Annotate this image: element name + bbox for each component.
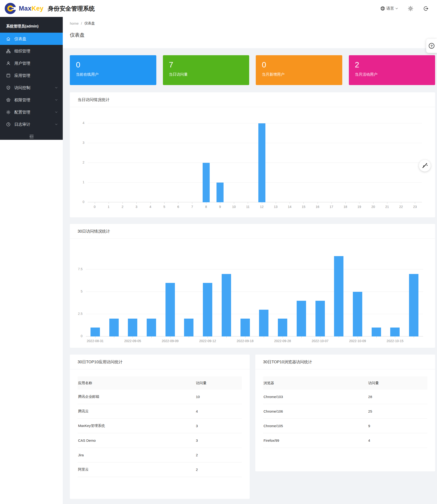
x-axis-label: 5 bbox=[163, 205, 165, 209]
visit-count: 25 bbox=[368, 409, 427, 413]
table-header-row: 应用名称 访问量 bbox=[78, 376, 242, 389]
chevron-down-icon bbox=[55, 87, 58, 88]
axis-tick bbox=[164, 202, 165, 204]
table-row: Firefox/99 4 bbox=[263, 433, 427, 448]
stat-card: 0 当月新增用户 bbox=[256, 55, 342, 85]
app-name: MaxKey管理系统 bbox=[78, 424, 196, 428]
x-axis-label: 10 bbox=[232, 205, 236, 209]
axis-tick bbox=[320, 337, 320, 338]
y-axis-label: 0 bbox=[72, 334, 82, 338]
language-switcher[interactable]: 语言 bbox=[380, 6, 398, 11]
language-label: 语言 bbox=[387, 6, 394, 11]
bar bbox=[203, 163, 210, 202]
bar bbox=[258, 123, 265, 202]
stat-value: 0 bbox=[262, 61, 336, 69]
clock-icon bbox=[6, 122, 11, 127]
x-axis-label: 6 bbox=[177, 205, 179, 209]
brand-logo[interactable]: MaxKey 身份安全管理系统 bbox=[4, 2, 95, 15]
sidebar-item-apps[interactable]: 应用管理 bbox=[0, 69, 63, 82]
sidebar-collapse-button[interactable] bbox=[0, 131, 63, 142]
axis-tick bbox=[226, 337, 227, 338]
visit-count: 4 bbox=[368, 438, 427, 442]
sidebar-item-org[interactable]: 组织管理 bbox=[0, 45, 63, 57]
sidebar-item-users[interactable]: 用户管理 bbox=[0, 57, 63, 69]
stat-label: 当月活动用户 bbox=[355, 72, 429, 77]
axis-tick bbox=[178, 202, 179, 204]
sidebar: 系统管理员(admin) 仪表盘 组织管理 用户管理 应用管理 访问控制 bbox=[0, 17, 63, 140]
x-axis-label: 18 bbox=[343, 205, 347, 209]
sidebar-item-access-control[interactable]: 访问控制 bbox=[0, 82, 63, 94]
axis-tick bbox=[345, 202, 346, 204]
axis-tick bbox=[245, 337, 245, 338]
app-name: 腾讯企业邮箱 bbox=[78, 395, 196, 399]
browser-name: Firefox/99 bbox=[263, 438, 368, 442]
y-axis-label: 2.5 bbox=[72, 312, 82, 316]
gridline: 7.5 bbox=[86, 269, 423, 270]
axis-tick bbox=[376, 337, 377, 338]
question-icon: ? bbox=[429, 43, 434, 49]
axis-tick bbox=[359, 202, 359, 204]
table-row: Chrome/105 9 bbox=[263, 419, 427, 433]
sidebar-item-label: 访问控制 bbox=[14, 85, 30, 90]
logout-button[interactable] bbox=[423, 6, 428, 11]
axis-tick bbox=[109, 202, 109, 204]
maxkey-logo-icon bbox=[4, 2, 16, 15]
plot-area: 02.557.52022-08-312022-09-052022-09-0920… bbox=[86, 239, 423, 337]
x-axis-label: 8 bbox=[205, 205, 207, 209]
visit-count: 10 bbox=[196, 395, 242, 399]
x-axis-label: 13 bbox=[274, 205, 278, 209]
bar bbox=[217, 183, 224, 202]
stat-card: 2 当月活动用户 bbox=[349, 55, 435, 85]
sidebar-item-label: 用户管理 bbox=[14, 61, 30, 66]
bar bbox=[334, 256, 343, 337]
axis-tick bbox=[373, 202, 374, 204]
axis-tick bbox=[331, 202, 332, 204]
bar bbox=[259, 310, 268, 337]
x-axis-label: 23 bbox=[413, 205, 417, 209]
breadcrumb-home-link[interactable]: home bbox=[70, 21, 79, 25]
help-button[interactable]: ? bbox=[426, 39, 437, 53]
settings-button[interactable] bbox=[408, 6, 413, 11]
top-apps-table: 应用名称 访问量 腾讯企业邮箱 10 腾讯云 4 MaxKey管理系统 3 bbox=[78, 376, 242, 477]
axis-tick bbox=[150, 202, 151, 204]
bar bbox=[278, 319, 287, 337]
sidebar-item-dashboard[interactable]: 仪表盘 bbox=[0, 33, 63, 45]
sidebar-item-audit[interactable]: 日志审计 bbox=[0, 118, 63, 130]
x-axis-label: 1 bbox=[108, 205, 109, 209]
brand-text: MaxKey bbox=[19, 5, 43, 12]
axis-tick bbox=[220, 202, 220, 204]
sidebar-item-permissions[interactable]: 权限管理 bbox=[0, 94, 63, 106]
table-row: CAS Demo 3 bbox=[78, 433, 242, 448]
sidebar-item-label: 日志审计 bbox=[14, 122, 30, 127]
y-axis-label: 2 bbox=[74, 160, 84, 164]
bar bbox=[184, 319, 193, 337]
stat-card: 0 当前在线用户 bbox=[70, 55, 156, 85]
magic-wand-icon bbox=[422, 163, 428, 169]
table-row: 腾讯云 4 bbox=[78, 404, 242, 419]
visit-count: 9 bbox=[368, 424, 427, 428]
bar bbox=[316, 301, 325, 337]
menu-fold-icon bbox=[29, 134, 34, 139]
axis-tick bbox=[301, 337, 302, 338]
app-name: 阿里云 bbox=[78, 467, 196, 472]
bar bbox=[353, 292, 362, 337]
chart-title: 30日访问情况统计 bbox=[70, 224, 435, 239]
x-axis-label: 2022-09-05 bbox=[124, 339, 141, 343]
x-axis-label: 2022-08-31 bbox=[87, 339, 104, 343]
x-axis-label: 20 bbox=[371, 205, 375, 209]
gear-icon bbox=[6, 110, 11, 115]
sidebar-item-config[interactable]: 配置管理 bbox=[0, 106, 63, 118]
column-header-visits: 访问量 bbox=[196, 381, 242, 385]
x-axis-label: 3 bbox=[135, 205, 137, 209]
axis-tick bbox=[415, 202, 415, 204]
axis-tick bbox=[208, 337, 208, 338]
theme-wand-button[interactable] bbox=[419, 160, 431, 172]
axis-tick bbox=[339, 337, 339, 338]
browser-name: Chrome/103 bbox=[263, 395, 368, 399]
brand-max: Max bbox=[19, 5, 31, 12]
x-axis-label: 12 bbox=[260, 205, 264, 209]
visit-count: 4 bbox=[196, 409, 242, 413]
axis-tick bbox=[192, 202, 192, 204]
axis-tick bbox=[248, 202, 248, 204]
x-axis-label: 2022-10-15 bbox=[387, 339, 404, 343]
